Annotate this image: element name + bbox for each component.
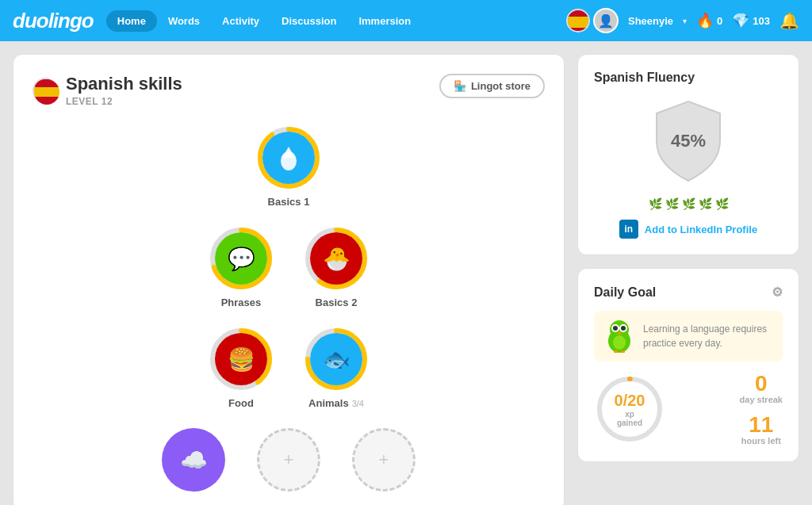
animals-circle: 🐟	[304, 327, 368, 391]
skill-basics2[interactable]: 🐣 Basics 2	[304, 227, 368, 308]
locked-cloud-circle: ☁️	[162, 428, 225, 492]
nav-right: 👤 Sheenyie ▾ 🔥 0 💎 103 🔔	[566, 8, 799, 33]
skills-row-2: 💬 Phrases 🐣 Basics 2	[33, 227, 545, 308]
skills-row-3: 🍔 Food 🐟 Animals 3/4	[33, 327, 545, 409]
locked-plus2-circle: +	[352, 428, 416, 492]
day-streak-block: 0 day streak	[740, 373, 783, 404]
daily-goal-title: Daily Goal	[594, 285, 656, 300]
hours-left-block: 11 hours left	[741, 414, 781, 446]
lingot-store-label: Lingot store	[471, 80, 530, 92]
svg-rect-3	[34, 79, 59, 87]
linkedin-button[interactable]: in Add to LinkedIn Profile	[594, 220, 783, 239]
goal-stats: 0 day streak 11 hours left	[740, 373, 783, 446]
fluency-shield-wrap: 45%	[594, 98, 783, 185]
spanish-flag	[566, 9, 590, 33]
locked-plus-1[interactable]: +	[257, 428, 320, 492]
food-circle: 🍔	[209, 327, 273, 391]
username[interactable]: Sheenyie	[628, 15, 673, 27]
svg-point-25	[613, 335, 626, 350]
leaf-5: 🌿	[715, 197, 729, 210]
leaf-1: 🌿	[649, 197, 662, 210]
goal-message-row: Learning a language requires practice ev…	[594, 311, 783, 362]
skills-flag	[33, 78, 58, 103]
day-streak-label: day streak	[740, 395, 783, 404]
gem-icon: 💎	[732, 12, 749, 29]
svg-marker-9	[282, 147, 295, 158]
locked-plus-2[interactable]: +	[352, 428, 416, 492]
basics1-label: Basics 1	[268, 196, 310, 208]
animals-label: Animals	[308, 397, 349, 409]
xp-number: 0/20	[612, 392, 648, 410]
svg-rect-26	[614, 350, 618, 353]
animals-icon: 🐟	[310, 333, 362, 385]
linkedin-text: Add to LinkedIn Profile	[645, 224, 757, 235]
fluency-percent: 45%	[671, 131, 706, 151]
skill-basics1[interactable]: Basics 1	[257, 126, 320, 208]
svg-rect-27	[621, 350, 625, 353]
main-layout: Spanish skills LEVEL 12 🏪 Lingot store	[0, 41, 812, 505]
bell-icon[interactable]: 🔔	[779, 11, 799, 30]
hours-left-number: 11	[741, 414, 781, 436]
xp-sub: xp gained	[612, 410, 648, 427]
locked-row: ☁️ + +	[33, 428, 545, 492]
streak-count: 0	[717, 15, 722, 27]
locked-cloud[interactable]: ☁️	[162, 428, 225, 492]
skills-header: Spanish skills LEVEL 12 🏪 Lingot store	[33, 74, 545, 107]
skill-animals[interactable]: 🐟 Animals 3/4	[304, 327, 368, 409]
flag-avatar[interactable]: 👤	[566, 8, 619, 33]
skills-row-1: Basics 1	[33, 126, 545, 208]
plus-icon-1: +	[284, 450, 294, 470]
svg-rect-4	[34, 87, 59, 97]
skills-panel: Spanish skills LEVEL 12 🏪 Lingot store	[13, 54, 565, 505]
leaf-4: 🌿	[699, 197, 712, 210]
chevron-down-icon[interactable]: ▾	[683, 17, 687, 25]
daily-goal-card: Daily Goal ⚙	[577, 268, 799, 462]
nav-activity[interactable]: Activity	[211, 10, 270, 32]
svg-point-22	[613, 326, 618, 331]
day-streak-number: 0	[740, 373, 783, 395]
skills-text: Spanish skills LEVEL 12	[66, 74, 182, 107]
nav-home[interactable]: Home	[106, 10, 157, 32]
svg-rect-1	[568, 17, 590, 28]
svg-rect-5	[34, 97, 59, 105]
skill-food[interactable]: 🍔 Food	[209, 327, 273, 409]
hours-left-label: hours left	[741, 436, 781, 446]
cloud-icon: ☁️	[180, 447, 208, 473]
right-panel: Spanish Fluency 45% 🌿 🌿 🌿 🌿 🌿 in Add t	[577, 54, 799, 505]
leaf-3: 🌿	[682, 197, 695, 210]
goal-message-text: Learning a language requires practice ev…	[643, 322, 773, 350]
duolingo-owl	[603, 319, 635, 354]
skills-title: Spanish skills	[66, 74, 182, 94]
xp-ring: 0/20 xp gained	[594, 373, 665, 445]
navbar: duolingo Home Words Activity Discussion …	[0, 0, 812, 41]
gems-count: 103	[753, 15, 770, 27]
fluency-title: Spanish Fluency	[594, 71, 783, 85]
flame-icon: 🔥	[696, 12, 714, 29]
shield-container: 45%	[649, 98, 728, 185]
logo: duolingo	[13, 9, 94, 33]
nav-discussion[interactable]: Discussion	[270, 10, 347, 32]
nav-immersion[interactable]: Immersion	[347, 10, 422, 32]
avatar: 👤	[593, 8, 619, 33]
basics1-circle	[257, 126, 320, 189]
daily-goal-title-row: Daily Goal ⚙	[594, 285, 783, 300]
basics2-label: Basics 2	[316, 296, 358, 308]
food-label: Food	[228, 397, 254, 409]
locked-plus1-circle: +	[257, 428, 320, 492]
skill-phrases[interactable]: 💬 Phrases	[209, 227, 273, 308]
skills-title-group: Spanish skills LEVEL 12	[33, 74, 182, 107]
nav-words[interactable]: Words	[157, 10, 211, 32]
gear-icon[interactable]: ⚙	[772, 285, 783, 300]
animals-sublabel: 3/4	[352, 399, 364, 408]
skills-level: LEVEL 12	[66, 96, 182, 107]
lingot-store-button[interactable]: 🏪 Lingot store	[439, 74, 545, 98]
fluency-card: Spanish Fluency 45% 🌿 🌿 🌿 🌿 🌿 in Add t	[577, 54, 799, 255]
basics2-icon: 🐣	[310, 232, 362, 285]
linkedin-icon: in	[619, 220, 638, 239]
svg-rect-2	[568, 28, 590, 33]
leaf-2: 🌿	[665, 197, 679, 210]
phrases-icon: 💬	[215, 232, 267, 285]
xp-label: 0/20 xp gained	[612, 392, 648, 427]
phrases-label: Phrases	[221, 296, 262, 308]
leaves-row: 🌿 🌿 🌿 🌿 🌿	[594, 197, 783, 210]
